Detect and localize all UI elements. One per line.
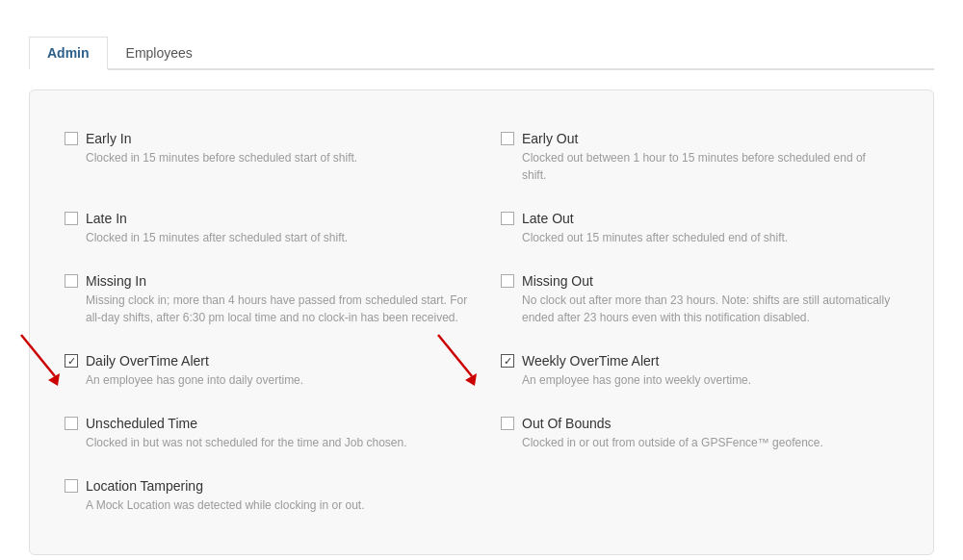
notification-checkbox[interactable]	[65, 132, 78, 145]
notification-checkbox[interactable]	[65, 479, 78, 493]
notification-cell-right: Out Of BoundsClocked in or out from outs…	[482, 402, 898, 465]
notification-cell-left: Location TamperingA Mock Location was de…	[65, 465, 482, 527]
notification-header: Late Out	[501, 211, 891, 226]
notification-label: Early Out	[522, 131, 578, 146]
notification-description: Clocked in 15 minutes after scheduled st…	[65, 229, 482, 246]
notification-cell-right: Early OutClocked out between 1 hour to 1…	[482, 117, 898, 197]
tab-admin[interactable]: Admin	[29, 37, 108, 70]
notification-label: Late Out	[522, 211, 574, 226]
notification-cell-right: Missing OutNo clock out after more than …	[482, 260, 898, 340]
notification-cell-empty	[482, 465, 898, 527]
tab-employees[interactable]: Employees	[108, 37, 211, 70]
notification-cell-left: Missing InMissing clock in; more than 4 …	[65, 260, 482, 340]
notification-header: Unscheduled Time	[65, 416, 482, 431]
notification-header: Missing Out	[501, 273, 891, 289]
notification-cell-right: ✓Weekly OverTime AlertAn employee has go…	[482, 340, 898, 402]
notification-label: Unscheduled Time	[86, 416, 197, 431]
notification-header: ✓Weekly OverTime Alert	[501, 353, 891, 369]
notifications-card: Early InClocked in 15 minutes before sch…	[29, 89, 934, 555]
notification-header: Late In	[65, 211, 482, 226]
svg-line-0	[21, 335, 55, 376]
notification-description: An employee has gone into weekly overtim…	[501, 371, 891, 389]
notification-checkbox[interactable]: ✓	[501, 354, 514, 368]
page: Admin Employees Early InClocked in 15 mi…	[0, 0, 963, 560]
notification-checkbox[interactable]	[65, 417, 78, 430]
notification-label: Location Tampering	[86, 478, 203, 494]
notification-description: Clocked out between 1 hour to 15 minutes…	[501, 149, 891, 184]
notification-cell-left: ✓Daily OverTime AlertAn employee has gon…	[65, 340, 482, 402]
notification-row: Late InClocked in 15 minutes after sched…	[65, 197, 898, 260]
notification-header: Out Of Bounds	[501, 416, 891, 431]
arrow-left-icon	[12, 330, 69, 388]
notification-row: Early InClocked in 15 minutes before sch…	[65, 117, 898, 197]
notification-label: Out Of Bounds	[522, 416, 612, 431]
svg-marker-1	[48, 373, 60, 386]
notification-description: A Mock Location was detected while clock…	[65, 496, 482, 514]
notification-label: Daily OverTime Alert	[86, 353, 209, 369]
notification-description: Clocked in but was not scheduled for the…	[65, 434, 482, 451]
notification-description: No clock out after more than 23 hours. N…	[501, 292, 891, 326]
notification-checkbox[interactable]	[501, 417, 514, 430]
notification-label: Missing In	[86, 273, 146, 289]
notification-checkbox[interactable]: ✓	[65, 354, 78, 368]
notification-checkbox[interactable]	[501, 274, 514, 288]
notification-row: Location TamperingA Mock Location was de…	[65, 465, 898, 527]
notification-cell-left: Early InClocked in 15 minutes before sch…	[65, 117, 482, 197]
notification-row: ✓Daily OverTime AlertAn employee has gon…	[65, 340, 898, 402]
notification-cell-left: Late InClocked in 15 minutes after sched…	[65, 197, 482, 260]
notification-header: Early In	[65, 131, 482, 146]
notification-cell-right: Late OutClocked out 15 minutes after sch…	[482, 197, 898, 260]
notification-header: Missing In	[65, 273, 482, 289]
notification-row: Unscheduled TimeClocked in but was not s…	[65, 402, 898, 465]
notification-cell-left: Unscheduled TimeClocked in but was not s…	[65, 402, 482, 465]
notification-header: Early Out	[501, 131, 891, 146]
notification-label: Early In	[86, 131, 131, 146]
notification-row: Missing InMissing clock in; more than 4 …	[65, 260, 898, 340]
notification-label: Late In	[86, 211, 127, 226]
tab-bar: Admin Employees	[29, 37, 934, 70]
notification-description: An employee has gone into daily overtime…	[65, 371, 482, 389]
notification-checkbox[interactable]	[501, 212, 514, 225]
notification-header: Location Tampering	[65, 478, 482, 494]
notification-checkbox[interactable]	[65, 212, 78, 225]
notification-description: Clocked in or out from outside of a GPSF…	[501, 434, 891, 451]
notification-description: Missing clock in; more than 4 hours have…	[65, 292, 482, 326]
notification-checkbox[interactable]	[501, 132, 514, 145]
notification-label: Weekly OverTime Alert	[522, 353, 659, 369]
notifications-list: Early InClocked in 15 minutes before sch…	[65, 117, 898, 527]
notification-description: Clocked out 15 minutes after scheduled e…	[501, 229, 891, 246]
notification-description: Clocked in 15 minutes before scheduled s…	[65, 149, 482, 166]
notification-header: ✓Daily OverTime Alert	[65, 353, 482, 369]
notification-label: Missing Out	[522, 273, 593, 289]
notification-checkbox[interactable]	[65, 274, 78, 288]
